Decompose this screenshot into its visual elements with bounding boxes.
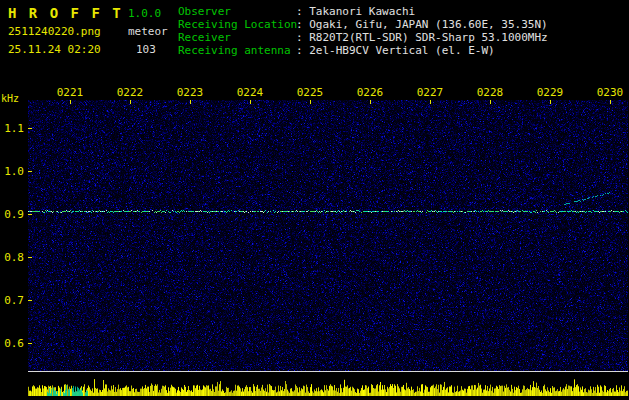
info-value: 2el-HB9CV Vertical (el. E-W) xyxy=(309,44,494,57)
station-info-block: Observer: Takanori Kawachi Receiving Loc… xyxy=(178,5,548,57)
mode-label: meteor xyxy=(128,25,168,38)
app-title: H R O F F T xyxy=(8,5,123,21)
freq-tick-label: 1.0 xyxy=(0,165,24,178)
info-separator: : xyxy=(296,5,303,18)
spectrogram-canvas xyxy=(28,100,628,396)
frequency-unit-label: kHz xyxy=(1,93,19,104)
hrofft-output-window: H R O F F T 1.0.0 2511240220.png meteor … xyxy=(0,0,629,400)
freq-tick-label: 0.9 xyxy=(0,208,24,221)
time-tick-label: 0225 xyxy=(296,86,324,99)
info-value: Takanori Kawachi xyxy=(309,5,415,18)
freq-tick-label: 0.7 xyxy=(0,294,24,307)
info-row: Receiving antenna: 2el-HB9CV Vertical (e… xyxy=(178,44,548,57)
freq-tick-label: 1.1 xyxy=(0,122,24,135)
observation-datetime: 25.11.24 02:20 xyxy=(8,43,101,56)
info-separator: : xyxy=(296,44,303,57)
info-value: R820T2(RTL-SDR) SDR-Sharp 53.1000MHz xyxy=(309,31,547,44)
info-label: Receiving antenna xyxy=(178,44,296,57)
output-filename: 2511240220.png xyxy=(8,25,101,38)
time-tick-label: 0221 xyxy=(56,86,84,99)
info-row: Receiver: R820T2(RTL-SDR) SDR-Sharp 53.1… xyxy=(178,31,548,44)
time-tick-label: 0223 xyxy=(176,86,204,99)
freq-tick-label: 0.6 xyxy=(0,337,24,350)
info-label: Observer xyxy=(178,5,296,18)
time-tick-label: 0228 xyxy=(476,86,504,99)
freq-tick-label: 0.8 xyxy=(0,251,24,264)
app-version: 1.0.0 xyxy=(128,7,161,20)
time-tick-label: 0222 xyxy=(116,86,144,99)
info-label: Receiver xyxy=(178,31,296,44)
time-tick-label: 0229 xyxy=(536,86,564,99)
time-tick-label: 0230 xyxy=(596,86,624,99)
echo-count: 103 xyxy=(136,43,156,56)
time-tick-label: 0224 xyxy=(236,86,264,99)
info-value: Ogaki, Gifu, JAPAN (136.60E, 35.35N) xyxy=(309,18,547,31)
info-separator: : xyxy=(296,18,303,31)
info-row: Receiving Location: Ogaki, Gifu, JAPAN (… xyxy=(178,18,548,31)
info-row: Observer: Takanori Kawachi xyxy=(178,5,548,18)
info-separator: : xyxy=(296,31,303,44)
info-label: Receiving Location xyxy=(178,18,296,31)
time-tick-label: 0226 xyxy=(356,86,384,99)
time-tick-label: 0227 xyxy=(416,86,444,99)
